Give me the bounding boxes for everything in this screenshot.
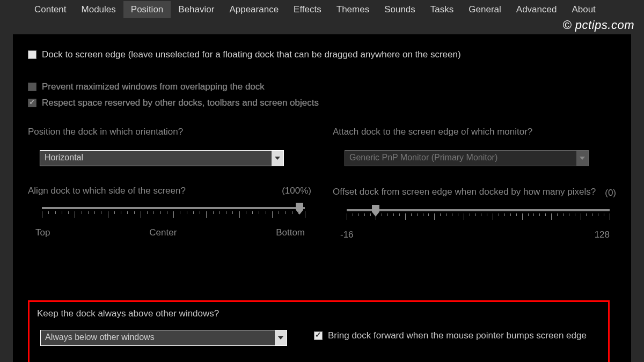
align-value: (100%) bbox=[282, 186, 311, 196]
align-min-label: Top bbox=[35, 227, 50, 238]
bring-forward-checkbox[interactable] bbox=[314, 331, 323, 340]
respect-space-label: Respect space reserved by other docks, t… bbox=[42, 98, 319, 108]
tab-themes[interactable]: Themes bbox=[329, 1, 377, 18]
dock-edge-row: Dock to screen edge (leave unselected fo… bbox=[28, 49, 616, 60]
align-max-label: Bottom bbox=[276, 227, 305, 238]
prevent-overlap-row: Prevent maximized windows from overlappi… bbox=[28, 82, 616, 92]
zorder-label: Keep the dock always above other windows… bbox=[37, 308, 601, 319]
chevron-down-icon bbox=[272, 151, 283, 166]
chevron-down-icon bbox=[576, 151, 588, 166]
orientation-monitor-row: Position the dock in which orientation? … bbox=[28, 127, 616, 166]
monitor-select[interactable]: Generic PnP Monitor (Primary Monitor) bbox=[345, 150, 589, 166]
tab-appearance[interactable]: Appearance bbox=[222, 1, 286, 18]
sliders-row: Align dock to which side of the screen? … bbox=[28, 186, 616, 240]
tab-behavior[interactable]: Behavior bbox=[171, 1, 222, 18]
position-panel: Dock to screen edge (leave unselected fo… bbox=[13, 34, 631, 362]
dock-edge-label: Dock to screen edge (leave unselected fo… bbox=[42, 49, 461, 60]
respect-space-row: Respect space reserved by other docks, t… bbox=[28, 98, 616, 108]
tab-content[interactable]: Content bbox=[27, 1, 74, 18]
offset-col: Offset dock from screen edge when docked… bbox=[333, 186, 616, 240]
orientation-select[interactable]: Horizontal bbox=[40, 150, 284, 166]
align-slider[interactable] bbox=[42, 205, 305, 220]
tab-effects[interactable]: Effects bbox=[286, 1, 329, 18]
bring-forward-label: Bring dock forward when the mouse pointe… bbox=[328, 330, 587, 342]
zorder-value: Always below other windows bbox=[41, 330, 275, 345]
tab-about[interactable]: About bbox=[564, 1, 603, 18]
tab-position[interactable]: Position bbox=[123, 1, 171, 18]
align-mid-label: Center bbox=[149, 227, 177, 238]
orientation-value: Horizontal bbox=[40, 151, 272, 166]
offset-max-label: 128 bbox=[595, 230, 610, 240]
offset-label: Offset dock from screen edge when docked… bbox=[333, 186, 596, 198]
tab-sounds[interactable]: Sounds bbox=[377, 1, 423, 18]
monitor-col: Attach dock to the screen edge of which … bbox=[333, 127, 616, 166]
tab-general[interactable]: General bbox=[461, 1, 508, 18]
prevent-overlap-checkbox[interactable] bbox=[28, 83, 36, 91]
bring-forward-row: Bring dock forward when the mouse pointe… bbox=[314, 330, 587, 342]
orientation-label: Position the dock in which orientation? bbox=[28, 127, 311, 137]
dock-edge-checkbox[interactable] bbox=[28, 50, 36, 59]
monitor-value: Generic PnP Monitor (Primary Monitor) bbox=[345, 151, 576, 166]
prevent-overlap-label: Prevent maximized windows from overlappi… bbox=[42, 82, 265, 92]
tab-tasks[interactable]: Tasks bbox=[423, 1, 461, 18]
respect-space-checkbox[interactable] bbox=[28, 99, 36, 107]
orientation-col: Position the dock in which orientation? … bbox=[28, 127, 311, 166]
zorder-select[interactable]: Always below other windows bbox=[40, 330, 287, 346]
watermark: © pctips.com bbox=[563, 18, 634, 32]
monitor-label: Attach dock to the screen edge of which … bbox=[333, 127, 616, 137]
align-col: Align dock to which side of the screen? … bbox=[28, 186, 311, 240]
tab-advanced[interactable]: Advanced bbox=[509, 1, 565, 18]
tabs-bar: ContentModulesPositionBehaviorAppearance… bbox=[0, 0, 644, 18]
zorder-highlight: Keep the dock always above other windows… bbox=[28, 300, 610, 362]
tab-modules[interactable]: Modules bbox=[74, 1, 123, 18]
chevron-down-icon bbox=[275, 330, 287, 345]
offset-slider[interactable] bbox=[347, 207, 610, 222]
offset-value: (0) bbox=[605, 188, 616, 198]
offset-min-label: -16 bbox=[340, 230, 354, 240]
align-label: Align dock to which side of the screen? bbox=[28, 186, 186, 196]
